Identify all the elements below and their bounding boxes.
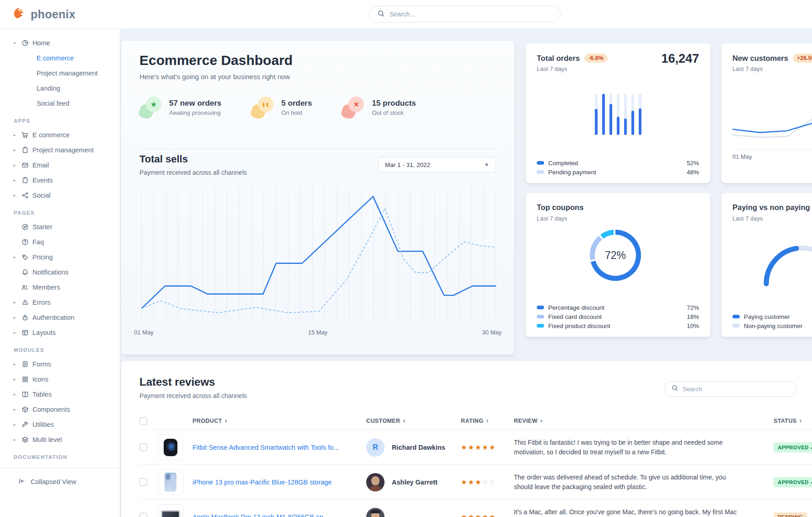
pause-badge-icon: ❚❚ bbox=[251, 97, 274, 118]
caret-right-icon: ▸ bbox=[12, 300, 17, 305]
rating-stars: ★★★☆☆ bbox=[461, 478, 514, 486]
nav-section-label: DOCUMENTATION bbox=[0, 447, 120, 463]
sidebar-item-project-management[interactable]: ▸Project management bbox=[0, 142, 120, 157]
legend-value: 72% bbox=[687, 304, 699, 311]
product-link[interactable]: iPhone 13 pro max-Pacific Blue-128GB sto… bbox=[192, 479, 366, 486]
sidebar-item-label: Notifications bbox=[32, 269, 69, 276]
search-icon bbox=[672, 385, 678, 393]
ecommerce-dashboard-card: Ecommerce Dashboard Here's what's going … bbox=[121, 41, 514, 355]
product-image[interactable] bbox=[158, 469, 183, 495]
caret-down-icon: ▾ bbox=[12, 41, 17, 45]
sidebar-item-label: Components bbox=[32, 406, 70, 413]
status-cell: APPROVED ✓ bbox=[774, 477, 812, 487]
column-header-customer[interactable]: CUSTOMER▲▼ bbox=[366, 418, 461, 424]
star-icon: ★ bbox=[146, 97, 161, 112]
sidebar-item-e-commerce[interactable]: ▸E commerce bbox=[0, 127, 120, 142]
donut-center-value: 72% bbox=[605, 249, 626, 262]
review-text: It's a Mac, after all. Once you've gone … bbox=[514, 507, 756, 517]
cart-icon bbox=[21, 131, 29, 139]
product-link[interactable]: Apple MacBook Pro 13 inch-M1-8/256GB-sp.… bbox=[192, 513, 366, 517]
total-orders-card: Total orders -6.8% Last 7 days 16,247 Co… bbox=[526, 43, 710, 183]
sidebar-item-authentication[interactable]: ▸Authentication bbox=[0, 310, 120, 325]
sidebar-item-label: Members bbox=[32, 284, 60, 291]
clipboard-icon bbox=[21, 176, 29, 184]
bell-icon bbox=[21, 268, 29, 276]
review-text: The order was delivered ahead of schedul… bbox=[514, 473, 756, 491]
sidebar-subitem-landing[interactable]: Landing bbox=[0, 81, 120, 96]
column-header-review[interactable]: REVIEW▲▼ bbox=[514, 418, 774, 424]
product-image[interactable] bbox=[158, 504, 183, 517]
caret-right-icon: ▸ bbox=[12, 163, 17, 167]
x-tick: 15 May bbox=[308, 329, 328, 336]
stat-x: ✕15 productsOut of stock bbox=[342, 97, 416, 118]
product-thumbnail-cell bbox=[158, 504, 192, 517]
product-image[interactable] bbox=[158, 435, 183, 460]
sidebar-item-members[interactable]: Members bbox=[0, 280, 120, 295]
sidebar-item-home[interactable]: ▾Home bbox=[0, 35, 120, 50]
new-customers-period: Last 7 days bbox=[732, 65, 763, 72]
sidebar-item-faq[interactable]: Faq bbox=[0, 234, 120, 249]
sidebar-item-label: Multi level bbox=[32, 436, 62, 443]
sidebar-subitem-project-management[interactable]: Project management bbox=[0, 65, 120, 81]
sidebar-item-multi-level[interactable]: ▸Multi level bbox=[0, 432, 120, 447]
sidebar-item-tables[interactable]: ▸Tables bbox=[0, 387, 120, 402]
users-icon bbox=[21, 283, 29, 291]
date-range-select[interactable]: Mar 1 - 31, 2022 ▼ bbox=[378, 157, 496, 172]
total-orders-period: Last 7 days bbox=[537, 65, 567, 72]
sidebar-item-layouts[interactable]: ▸Layouts bbox=[0, 325, 120, 340]
brand-logo[interactable]: phoenix bbox=[12, 6, 75, 22]
nav-section-label: APPS bbox=[0, 111, 120, 127]
sidebar-item-starter[interactable]: Starter bbox=[0, 219, 120, 234]
select-all-checkbox[interactable] bbox=[139, 417, 147, 425]
tag-icon bbox=[21, 253, 29, 261]
sidebar-item-email[interactable]: ▸Email bbox=[0, 157, 120, 172]
column-header-label: RATING bbox=[461, 418, 483, 424]
legend-label: Fixed product discount bbox=[548, 323, 610, 329]
envelope-icon bbox=[21, 161, 29, 169]
legend-value: 48% bbox=[687, 169, 699, 176]
sort-icon: ▲▼ bbox=[224, 419, 228, 423]
column-header-product[interactable]: PRODUCT▲▼ bbox=[192, 418, 366, 424]
row-checkbox[interactable] bbox=[139, 443, 147, 451]
sidebar-item-components[interactable]: ▸Components bbox=[0, 402, 120, 417]
column-header-status[interactable]: STATUS▲▼ bbox=[774, 418, 812, 424]
top-coupons-donut-chart: 72% bbox=[590, 230, 641, 281]
stat-label: Out of stock bbox=[372, 109, 416, 116]
stat-value: 5 orders bbox=[281, 99, 312, 108]
sidebar-subitem-e-commerce[interactable]: E commerce bbox=[0, 50, 120, 65]
sidebar-item-notifications[interactable]: Notifications bbox=[0, 264, 120, 280]
reviews-search-input[interactable] bbox=[683, 386, 790, 393]
paying-title: Paying vs non paying bbox=[732, 203, 810, 212]
column-header-rating[interactable]: RATING▲▼ bbox=[461, 418, 514, 424]
sidebar-item-forms[interactable]: ▸Forms bbox=[0, 356, 120, 372]
new-customers-chart bbox=[732, 108, 812, 148]
legend-swatch bbox=[732, 324, 740, 328]
sidebar-subitem-social-feed[interactable]: Social feed bbox=[0, 96, 120, 111]
caret-right-icon: ▸ bbox=[12, 330, 17, 335]
sidebar-item-utilities[interactable]: ▸Utilities bbox=[0, 417, 120, 432]
column-header-label: STATUS bbox=[774, 418, 797, 424]
total-sells-x-axis: 01 May 15 May 30 May bbox=[134, 329, 502, 336]
customer-cell: RRichard Dawkins bbox=[366, 438, 461, 457]
collapsed-view-label: Collapsed View bbox=[31, 478, 76, 485]
row-checkbox[interactable] bbox=[139, 513, 147, 517]
sidebar-item-errors[interactable]: ▸Errors bbox=[0, 295, 120, 310]
legend-item: Non-paying customer bbox=[732, 321, 812, 330]
row-checkbox[interactable] bbox=[139, 478, 147, 486]
sidebar-item-social[interactable]: ▸Social bbox=[0, 188, 120, 203]
search-input[interactable] bbox=[390, 11, 552, 18]
stat-star: ★57 new ordersAwating processing bbox=[139, 97, 221, 118]
collapsed-view-toggle[interactable]: Collapsed View bbox=[0, 469, 120, 486]
sidebar-item-pricing[interactable]: ▸Pricing bbox=[0, 249, 120, 264]
customer-name: Ashley Garrett bbox=[392, 479, 438, 486]
total-orders-bar-chart bbox=[595, 94, 641, 135]
product-link[interactable]: Fitbit Sense Advanced Smartwatch with To… bbox=[192, 444, 366, 451]
file-icon bbox=[21, 360, 29, 368]
reviews-search bbox=[664, 381, 797, 397]
sort-icon: ▲▼ bbox=[540, 419, 543, 423]
new-customers-change-badge: +26.5% bbox=[793, 54, 812, 63]
sidebar-item-events[interactable]: ▸Events bbox=[0, 172, 120, 188]
sidebar-item-label: E commerce bbox=[32, 131, 69, 139]
sidebar-item-icons[interactable]: ▸Icons bbox=[0, 372, 120, 387]
paying-gauge-chart bbox=[743, 225, 812, 294]
